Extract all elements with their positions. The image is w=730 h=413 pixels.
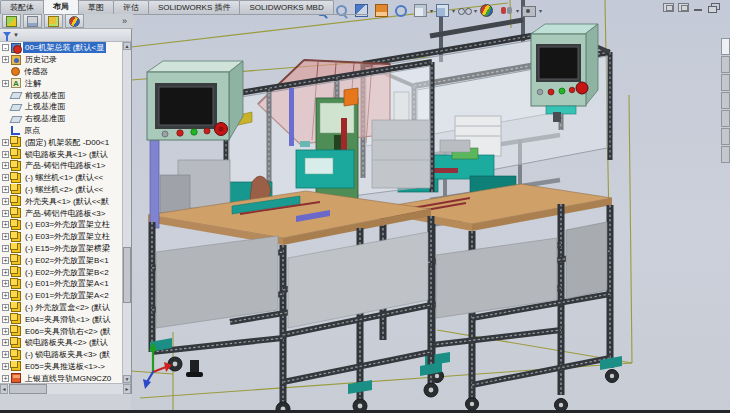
feature-tree-row[interactable]: +产品-铸铝件电路板<3> bbox=[0, 207, 123, 219]
feature-tree-row[interactable]: +(-) E15=外壳放置架横梁 bbox=[0, 243, 123, 255]
task-pane-tab[interactable] bbox=[721, 110, 730, 127]
feature-tree-row[interactable]: +产品-铸铝件电路板<1> bbox=[0, 160, 123, 172]
filter-funnel-icon[interactable] bbox=[3, 32, 11, 37]
expand-toggle-icon[interactable]: + bbox=[2, 257, 9, 264]
task-pane-tab[interactable] bbox=[721, 92, 730, 109]
minimize-icon[interactable] bbox=[693, 3, 704, 12]
feature-tree-row[interactable]: +(-) 锁电路板夹具<3> (默 bbox=[0, 349, 123, 361]
expand-toggle-icon[interactable]: + bbox=[2, 210, 9, 217]
dropdown-arrow-icon[interactable]: ▾ bbox=[474, 7, 477, 14]
previous-view-icon[interactable] bbox=[355, 4, 368, 17]
hide-show-items-icon[interactable] bbox=[458, 4, 471, 17]
tab-评估[interactable]: 评估 bbox=[113, 0, 149, 14]
tree-horizontal-scrollbar[interactable]: ◄ ► bbox=[0, 383, 131, 394]
feature-tree-row[interactable]: +上银直线导轨MGN9CZ0 bbox=[0, 372, 123, 383]
tab-布局[interactable]: 布局 bbox=[43, 0, 79, 14]
restore-child-window-icon[interactable] bbox=[663, 3, 674, 12]
mate-button[interactable] bbox=[23, 14, 42, 28]
expand-toggle-icon[interactable]: + bbox=[2, 316, 9, 323]
expand-toggle-icon[interactable]: + bbox=[2, 186, 9, 193]
feature-tree-row[interactable]: +E05=夹具推送板<1>-> bbox=[0, 361, 123, 373]
feature-tree-row[interactable]: 传感器 bbox=[0, 66, 123, 78]
view-orientation-icon[interactable] bbox=[414, 4, 427, 17]
feature-tree-row[interactable]: +历史记录 bbox=[0, 54, 123, 66]
feature-tree-row[interactable]: +(-) E01=外壳放置架A<2 bbox=[0, 290, 123, 302]
feature-tree-row[interactable]: +锁电路板夹具<2> (默认 bbox=[0, 337, 123, 349]
component-pattern-button[interactable] bbox=[44, 14, 63, 28]
scrollbar-thumb[interactable] bbox=[9, 384, 47, 394]
feature-tree-row[interactable]: +(-) E01=外壳放置架A<1 bbox=[0, 278, 123, 290]
annotation-view-icon[interactable] bbox=[395, 5, 407, 17]
expand-toggle-icon[interactable]: + bbox=[2, 245, 9, 252]
feature-tree-row[interactable]: +(-) E02=外壳放置架B<1 bbox=[0, 254, 123, 266]
toolbar-overflow-button[interactable]: » bbox=[122, 16, 127, 26]
expand-toggle-icon[interactable]: + bbox=[2, 280, 9, 287]
scroll-right-button[interactable]: ► bbox=[123, 384, 131, 394]
expand-toggle-icon[interactable]: + bbox=[2, 56, 9, 63]
apply-scene-icon[interactable] bbox=[500, 4, 513, 17]
expand-toggle-icon[interactable]: + bbox=[2, 80, 9, 87]
dropdown-arrow-icon[interactable]: ▾ bbox=[539, 7, 542, 14]
task-pane-tab[interactable] bbox=[721, 74, 730, 91]
tree-vertical-scrollbar[interactable]: ▲ ▼ bbox=[122, 42, 131, 383]
expand-toggle-icon[interactable]: + bbox=[2, 162, 9, 169]
feature-tree-row[interactable]: 上视基准面 bbox=[0, 101, 123, 113]
expand-toggle-icon[interactable]: + bbox=[2, 328, 9, 335]
feature-tree-row[interactable]: +E06=夹具滑轨右<2> (默 bbox=[0, 325, 123, 337]
task-pane-tab[interactable] bbox=[721, 128, 730, 145]
feature-tree-row[interactable]: +(-) E03=外壳放置架立柱 bbox=[0, 231, 123, 243]
feature-tree-row[interactable]: +外壳夹具<1> (默认<<默 bbox=[0, 195, 123, 207]
appearance-button[interactable] bbox=[65, 14, 84, 28]
expand-toggle-icon[interactable]: + bbox=[2, 233, 9, 240]
expand-toggle-icon[interactable]: + bbox=[2, 363, 9, 370]
expand-toggle-icon[interactable]: + bbox=[2, 151, 9, 158]
feature-tree-row[interactable]: 原点 bbox=[0, 125, 123, 137]
tab-草图[interactable]: 草图 bbox=[78, 0, 114, 14]
feature-tree-row[interactable]: +A注解 bbox=[0, 77, 123, 89]
scroll-up-button[interactable]: ▲ bbox=[123, 42, 131, 50]
insert-component-button[interactable] bbox=[2, 14, 21, 28]
expand-toggle-icon[interactable]: + bbox=[2, 375, 9, 382]
tab-SOLIDWORKS 插件[interactable]: SOLIDWORKS 插件 bbox=[148, 0, 240, 14]
task-pane-tab[interactable] bbox=[721, 38, 730, 55]
zoom-area-icon[interactable] bbox=[335, 4, 348, 17]
feature-tree-row[interactable]: +锁电路板夹具<1> (默认 bbox=[0, 148, 123, 160]
scroll-down-button[interactable]: ▼ bbox=[123, 375, 131, 383]
scrollbar-thumb[interactable] bbox=[123, 247, 131, 303]
task-pane-tab[interactable] bbox=[721, 56, 730, 73]
feature-tree-row[interactable]: +(固定) 机架装配 -D00<1 bbox=[0, 136, 123, 148]
expand-toggle-icon[interactable]: - bbox=[2, 44, 9, 51]
filter-dropdown-icon[interactable]: ▼ bbox=[13, 32, 19, 38]
expand-toggle-icon[interactable]: + bbox=[2, 351, 9, 358]
feature-tree-row[interactable]: +(-) 螺丝机<2> (默认<< bbox=[0, 184, 123, 196]
restore-icon[interactable] bbox=[708, 3, 719, 12]
expand-toggle-icon[interactable]: + bbox=[2, 198, 9, 205]
dropdown-arrow-icon[interactable]: ▾ bbox=[452, 7, 455, 14]
view-settings-icon[interactable] bbox=[522, 6, 536, 17]
feature-tree-row[interactable]: -00=机架总装 (默认<显 bbox=[0, 42, 123, 54]
feature-tree-row[interactable]: 右视基准面 bbox=[0, 113, 123, 125]
expand-toggle-icon[interactable]: + bbox=[2, 269, 9, 276]
expand-toggle-icon[interactable]: + bbox=[2, 304, 9, 311]
left-hmi-panel[interactable] bbox=[147, 61, 243, 140]
dropdown-arrow-icon[interactable]: ▾ bbox=[430, 7, 433, 14]
tab-装配体[interactable]: 装配体 bbox=[0, 0, 44, 14]
expand-toggle-icon[interactable]: + bbox=[2, 174, 9, 181]
task-pane-tab[interactable] bbox=[721, 146, 730, 163]
feature-tree-row[interactable]: +(-) 外壳放置盒<2> (默认 bbox=[0, 302, 123, 314]
feature-tree-row[interactable]: +(-) E02=外壳放置架B<2 bbox=[0, 266, 123, 278]
feature-tree-row[interactable]: +(-) 螺丝机<1> (默认<< bbox=[0, 172, 123, 184]
maximize-child-window-icon[interactable] bbox=[678, 3, 689, 12]
scroll-left-button[interactable]: ◄ bbox=[0, 384, 8, 394]
expand-toggle-icon[interactable]: + bbox=[2, 221, 9, 228]
display-style-icon[interactable] bbox=[436, 4, 449, 17]
left-station-model[interactable] bbox=[147, 61, 442, 410]
graphics-area[interactable] bbox=[131, 0, 730, 410]
edit-appearance-icon[interactable] bbox=[480, 4, 493, 17]
tab-SOLIDWORKS MBD[interactable]: SOLIDWORKS MBD bbox=[239, 0, 333, 14]
feature-tree-row[interactable]: 前视基准面 bbox=[0, 89, 123, 101]
dropdown-arrow-icon[interactable]: ▾ bbox=[516, 7, 519, 14]
feature-tree-row[interactable]: +E04=夹具滑轨<1> (默认 bbox=[0, 313, 123, 325]
section-view-icon[interactable] bbox=[375, 4, 388, 17]
feature-tree-row[interactable]: +(-) E03=外壳放置架立柱 bbox=[0, 219, 123, 231]
